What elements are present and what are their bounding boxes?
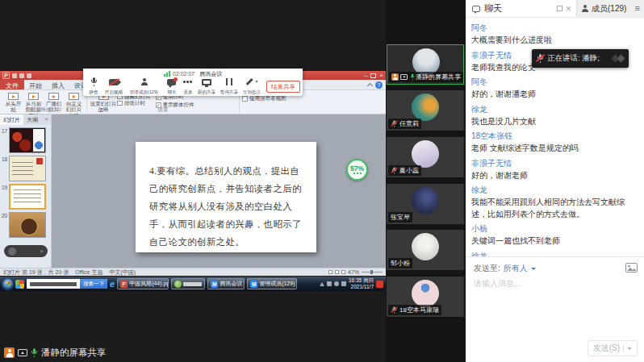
send-button[interactable]: 发送(S) [588,340,638,356]
taskbar-search-box[interactable]: 搜索一下 [27,279,107,289]
collapse-ribbon-icon[interactable] [367,82,373,88]
sender-name: 非浪子无情 [471,158,636,169]
slide-number: 18 [2,156,7,162]
start-button[interactable] [2,279,13,289]
tab-outline[interactable]: 大纲 [23,114,41,125]
quick-access-save-icon[interactable] [12,73,17,78]
theme-status: Office 主题 [75,268,102,277]
action-center-icon[interactable] [327,281,332,286]
mute-button[interactable]: 静音 [86,77,102,95]
chat-message: 小杨 关键词一篇也找不到老师 [471,223,636,248]
slide-thumbnail-20[interactable] [9,212,46,238]
current-slide[interactable]: 4.要有综。总结别人的观点，提出自己的研究创新点，并告知读者之后的研究将从别人没… [136,142,316,252]
chat-title: 聊天 [484,2,502,15]
chevron-down-icon[interactable] [531,268,536,270]
taskbar-clock[interactable]: 16:35 周日 2021/11/7 [349,277,374,291]
close-button[interactable]: × [379,73,383,79]
start-video-button[interactable]: 开启视频 [102,77,125,95]
network-icon[interactable] [334,281,339,286]
members-tab[interactable]: 成员(129) ≡ [576,0,644,17]
sender-name: 18空本张钰 [471,131,636,142]
help-icon[interactable]: ? [375,81,383,89]
send-image-icon[interactable] [625,261,638,276]
taskbar-item-members-window[interactable]: M 管理成员(129) [247,278,297,289]
microphone-on-icon [410,73,414,80]
chat-message: 徐龙 我能不能采用跟别人相同的方法去写文献综述，比如用列表个的方式去做。 [471,185,636,220]
video-tile[interactable]: 张宝琴 [387,184,464,224]
pause-share-button[interactable]: 暂停共享 [218,77,240,95]
end-share-button[interactable]: 结束共享 [266,81,300,93]
volume-icon[interactable] [341,281,346,286]
microphone-muted-icon [391,306,397,313]
minimize-button[interactable]: – [364,73,367,79]
participant-label: 张宝琴 [388,212,412,223]
sender-name: 徐龙 [471,104,636,115]
taskbar-item-app[interactable] [171,278,205,289]
tab-home[interactable]: 开始 [24,80,47,89]
slideshow-view-icon[interactable] [341,270,345,274]
meeting-timer: 02:02:07 [173,71,194,77]
new-share-button[interactable]: 新的共享 [195,77,218,95]
slide-thumbnail-17[interactable] [9,127,46,153]
show-hidden-icons-icon[interactable] [320,282,324,286]
slide-thumbnail-row: 18 [2,156,49,181]
search-button[interactable]: 搜索一下 [80,279,107,289]
zoom-slider[interactable] [362,272,383,273]
meeting-buttons-row: 静音 开启视频 管理成员(129) 聊天 更多 [83,77,303,97]
annotate-button[interactable]: 互动批注 [240,77,263,95]
tab-insert[interactable]: 插入 [47,80,69,89]
notification-bubble[interactable]: × [4,245,48,257]
quick-access-redo-icon[interactable] [27,73,31,78]
close-icon[interactable]: × [40,248,44,255]
divider [623,344,624,352]
pinned-app-icon[interactable] [15,280,24,289]
tab-file[interactable]: 文件 [0,80,24,89]
panel-close-icon[interactable]: × [42,114,51,125]
internet-explorer-icon[interactable]: e [110,280,115,289]
speed-ball-widget[interactable]: 57% [346,159,368,181]
chat-tab[interactable]: 聊天 [466,0,557,17]
speaking-toast: 正在讲话: 潘静; [532,49,629,68]
search-query-text [30,282,77,286]
popout-icon[interactable] [557,6,562,11]
sender-name: 徐龙 [471,251,636,257]
more-button[interactable]: 更多 [180,77,195,95]
sorter-view-icon[interactable] [335,270,339,274]
app-root: P – × 文件 开始 插入 设计 切换 动画 ? [0,0,644,362]
pause-icon [226,78,232,85]
chevron-down-icon[interactable] [627,347,632,350]
manage-members-button[interactable]: 管理成员(129) [125,77,163,95]
avatar [412,187,439,214]
sender-name: 阿冬 [471,23,636,34]
video-tile[interactable]: 邹小粉 [387,230,464,270]
close-icon[interactable]: × [566,4,571,14]
video-tile-presenter[interactable]: 潘静的屏幕共享 [387,44,464,85]
sender-name: 阿冬 [471,77,636,88]
menu-icon[interactable]: ≡ [635,4,640,13]
video-tile[interactable]: 任意莉 [387,90,464,131]
tab-slides[interactable]: 幻灯片 [0,114,23,125]
avatar [412,94,439,121]
send-to-value[interactable]: 所有人 [504,263,528,274]
message-text: 好的，谢谢老师 [471,170,636,182]
presenter-icon [4,347,15,358]
normal-view-icon[interactable] [328,270,332,274]
microphone-muted-icon [391,120,397,127]
video-tile[interactable]: 薰小蕊 [387,137,464,177]
taskbar-item-meeting[interactable]: M 腾讯会议 [207,278,245,289]
chat-input[interactable] [472,277,638,323]
taskbar-item-powerpoint[interactable]: P 中国风格(44).ppt... [117,278,169,289]
message-text: 我能不能采用跟别人相同的方法去写文献综述，比如用列表个的方式去做。 [471,197,636,220]
notification-icon[interactable] [376,281,383,288]
slide-thumbnail-19-selected[interactable] [9,184,46,210]
group-label-start-show: 开始放映幻灯片 [2,106,86,114]
maximize-button[interactable] [370,73,376,78]
pen-icon [246,78,253,85]
video-tile[interactable]: 18空本马康瑞 [387,277,464,317]
slide-thumbnail-18[interactable] [9,156,46,181]
system-tray: 16:35 周日 2021/11/7 [320,277,383,291]
quick-access-undo-icon[interactable] [19,73,24,78]
rehearse-timings-button[interactable]: 排练计时 [117,100,151,106]
avatar [412,233,439,260]
chat-button[interactable]: 聊天 [163,77,180,95]
